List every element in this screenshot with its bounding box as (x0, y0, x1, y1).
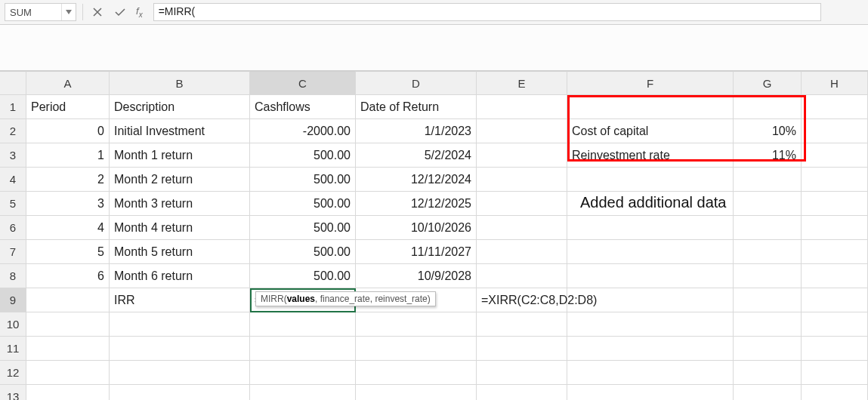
cell-G9[interactable] (734, 288, 802, 312)
cell-F3[interactable]: Reinvestment rate (567, 143, 734, 168)
cell-H4[interactable] (802, 168, 868, 192)
cell-D5[interactable]: 12/12/2025 (356, 192, 477, 216)
cell-F8[interactable] (567, 264, 734, 288)
cell-A13[interactable] (26, 385, 110, 400)
confirm-button[interactable] (112, 4, 128, 20)
row-header-2[interactable]: 2 (0, 119, 26, 143)
cell-H1[interactable] (802, 95, 868, 119)
cell-G11[interactable] (734, 337, 802, 361)
cell-E10[interactable] (477, 312, 567, 337)
cell-D7[interactable]: 11/11/2027 (356, 240, 477, 264)
cell-F4[interactable] (567, 168, 734, 192)
cell-G3[interactable]: 11% (734, 143, 802, 168)
col-header-E[interactable]: E (477, 71, 567, 95)
cell-C1[interactable]: Cashflows (250, 95, 356, 119)
fx-icon[interactable]: fx (134, 5, 144, 19)
cell-G12[interactable] (734, 361, 802, 385)
col-header-B[interactable]: B (110, 71, 250, 95)
cell-E9[interactable]: =XIRR(C2:C8,D2:D8) (477, 288, 567, 312)
cell-C12[interactable] (250, 361, 356, 385)
col-header-H[interactable]: H (802, 71, 868, 95)
col-header-G[interactable]: G (734, 71, 802, 95)
cell-G10[interactable] (734, 312, 802, 337)
row-header-6[interactable]: 6 (0, 216, 26, 240)
cell-B11[interactable] (110, 337, 250, 361)
cell-F9[interactable] (567, 288, 734, 312)
cell-D10[interactable] (356, 312, 477, 337)
cell-D1[interactable]: Date of Return (356, 95, 477, 119)
row-header-4[interactable]: 4 (0, 168, 26, 192)
cell-E1[interactable] (477, 95, 567, 119)
cell-C2[interactable]: -2000.00 (250, 119, 356, 143)
cell-H2[interactable] (802, 119, 868, 143)
cell-G2[interactable]: 10% (734, 119, 802, 143)
cell-F1[interactable] (567, 95, 734, 119)
cell-A9[interactable] (26, 288, 110, 312)
cell-H10[interactable] (802, 312, 868, 337)
cell-A6[interactable]: 4 (26, 216, 110, 240)
cell-B1[interactable]: Description (110, 95, 250, 119)
cell-H7[interactable] (802, 240, 868, 264)
cell-E6[interactable] (477, 216, 567, 240)
cell-E4[interactable] (477, 168, 567, 192)
cell-F13[interactable] (567, 385, 734, 400)
cell-E8[interactable] (477, 264, 567, 288)
spreadsheet-grid[interactable]: MIRR(values, finance_rate, reinvest_rate… (0, 71, 868, 400)
cell-E3[interactable] (477, 143, 567, 168)
cell-C10[interactable] (250, 312, 356, 337)
cell-F10[interactable] (567, 312, 734, 337)
cell-C6[interactable]: 500.00 (250, 216, 356, 240)
cell-G6[interactable] (734, 216, 802, 240)
cell-B5[interactable]: Month 3 return (110, 192, 250, 216)
row-header-3[interactable]: 3 (0, 143, 26, 168)
cell-A2[interactable]: 0 (26, 119, 110, 143)
cell-H13[interactable] (802, 385, 868, 400)
cell-H8[interactable] (802, 264, 868, 288)
cell-D2[interactable]: 1/1/2023 (356, 119, 477, 143)
cell-H6[interactable] (802, 216, 868, 240)
cell-G1[interactable] (734, 95, 802, 119)
cell-D6[interactable]: 10/10/2026 (356, 216, 477, 240)
col-header-D[interactable]: D (356, 71, 477, 95)
cell-G7[interactable] (734, 240, 802, 264)
cell-B3[interactable]: Month 1 return (110, 143, 250, 168)
cell-E7[interactable] (477, 240, 567, 264)
cell-F7[interactable] (567, 240, 734, 264)
cell-C11[interactable] (250, 337, 356, 361)
cell-H9[interactable] (802, 288, 868, 312)
cell-A11[interactable] (26, 337, 110, 361)
cell-D11[interactable] (356, 337, 477, 361)
row-header-10[interactable]: 10 (0, 312, 26, 337)
select-all-corner[interactable] (0, 71, 26, 95)
col-header-C[interactable]: C (250, 71, 356, 95)
cell-A5[interactable]: 3 (26, 192, 110, 216)
cell-D13[interactable] (356, 385, 477, 400)
cell-G8[interactable] (734, 264, 802, 288)
row-header-9[interactable]: 9 (0, 288, 26, 312)
cell-B13[interactable] (110, 385, 250, 400)
row-header-11[interactable]: 11 (0, 337, 26, 361)
row-header-12[interactable]: 12 (0, 361, 26, 385)
formula-input[interactable] (154, 4, 820, 19)
cell-C5[interactable]: 500.00 (250, 192, 356, 216)
row-header-5[interactable]: 5 (0, 192, 26, 216)
cell-B8[interactable]: Month 6 return (110, 264, 250, 288)
cell-E13[interactable] (477, 385, 567, 400)
cell-B9[interactable]: IRR (110, 288, 250, 312)
cell-G5[interactable] (734, 192, 802, 216)
cell-H5[interactable] (802, 192, 868, 216)
name-box-dropdown[interactable] (61, 4, 76, 20)
cell-A10[interactable] (26, 312, 110, 337)
cell-A8[interactable]: 6 (26, 264, 110, 288)
cell-D8[interactable]: 10/9/2028 (356, 264, 477, 288)
row-header-8[interactable]: 8 (0, 264, 26, 288)
cell-C4[interactable]: 500.00 (250, 168, 356, 192)
cell-F2[interactable]: Cost of capital (567, 119, 734, 143)
cell-C13[interactable] (250, 385, 356, 400)
cell-F6[interactable] (567, 216, 734, 240)
row-header-7[interactable]: 7 (0, 240, 26, 264)
cell-H12[interactable] (802, 361, 868, 385)
cell-E2[interactable] (477, 119, 567, 143)
cell-C3[interactable]: 500.00 (250, 143, 356, 168)
cell-A7[interactable]: 5 (26, 240, 110, 264)
